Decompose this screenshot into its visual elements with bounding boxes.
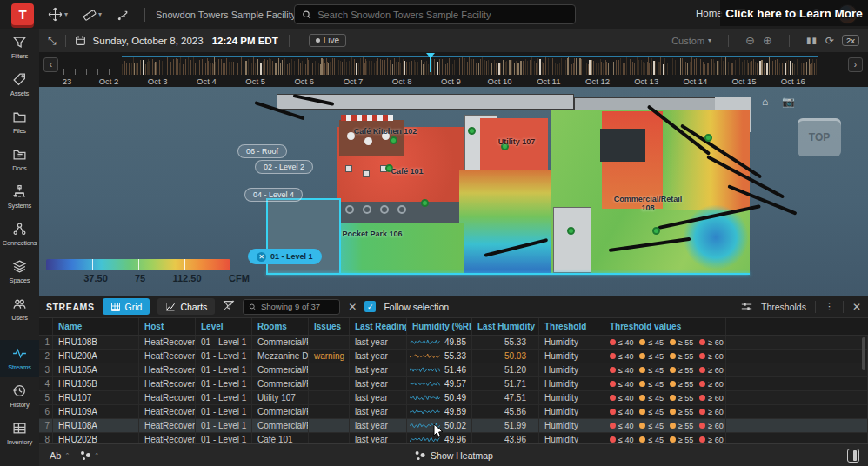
- collapse-icon[interactable]: ⤡: [48, 35, 57, 47]
- thresholds-button[interactable]: Thresholds: [761, 302, 806, 312]
- level-pill-4[interactable]: 04 - Level 4: [244, 188, 303, 202]
- table-row[interactable]: 2HRU200AHeatRecovery…01 - Level 1Mezzani…: [39, 350, 868, 363]
- zoom-in-button[interactable]: ⊕: [763, 34, 772, 47]
- column-header[interactable]: Threshold values: [604, 318, 726, 335]
- column-header[interactable]: Level: [196, 318, 252, 335]
- pause-button[interactable]: ▮▮: [806, 36, 818, 45]
- table-scrollbar[interactable]: [862, 337, 865, 370]
- sidebar-item-inventory[interactable]: Inventory: [0, 415, 39, 452]
- sidebar-item-files[interactable]: Files: [0, 103, 39, 141]
- app-logo[interactable]: T: [11, 3, 34, 25]
- route-tool-button[interactable]: [116, 7, 130, 22]
- level-pill-2[interactable]: 02 - Level 2: [255, 160, 313, 174]
- cell-name[interactable]: HRU105B: [53, 377, 139, 390]
- table-row[interactable]: 3HRU105AHeatRecovery…01 - Level 1Commerc…: [39, 363, 868, 377]
- cell-name[interactable]: HRU108A: [53, 419, 139, 432]
- sidebar-item-streams[interactable]: Streams: [0, 340, 39, 377]
- sidebar-item-docs[interactable]: Docs: [0, 141, 39, 178]
- sidebar-item-connections[interactable]: Connections: [0, 216, 39, 253]
- sidebar-item-label: Filters: [11, 52, 28, 60]
- level-pill-roof[interactable]: 06 - Roof: [237, 144, 287, 158]
- more-options-icon[interactable]: ⋮: [825, 301, 834, 312]
- timeline-next-button[interactable]: ›: [848, 57, 863, 72]
- home-view-icon[interactable]: ⌂: [762, 96, 768, 108]
- tab-grid[interactable]: Grid: [103, 298, 150, 315]
- replay-button[interactable]: ⟳: [825, 35, 834, 47]
- timeline-current-marker[interactable]: [430, 55, 431, 72]
- column-header[interactable]: Last Reading: [350, 318, 407, 335]
- sidebar-item-assets[interactable]: Assets: [0, 66, 39, 103]
- column-header[interactable]: Rooms: [252, 318, 309, 335]
- view-cube[interactable]: TOP: [798, 118, 841, 156]
- cell-name[interactable]: HRU202B: [53, 433, 139, 443]
- measure-tool-button[interactable]: ▾: [82, 7, 102, 22]
- cell-name[interactable]: HRU105A: [53, 363, 139, 376]
- cell-humidity[interactable]: 49.57: [407, 377, 472, 390]
- show-heatmap-button[interactable]: Show Heatmap: [414, 450, 493, 461]
- sensor-dot[interactable]: [468, 127, 476, 135]
- sidebar-item-history[interactable]: History: [0, 377, 39, 415]
- table-row[interactable]: 6HRU109AHeatRecovery…01 - Level 1Commerc…: [39, 405, 868, 419]
- tab-charts[interactable]: Charts: [157, 298, 215, 315]
- column-header[interactable]: Issues: [309, 318, 350, 335]
- column-header[interactable]: Threshold: [539, 318, 604, 335]
- cell-name[interactable]: HRU109A: [53, 405, 139, 418]
- viewport-3d[interactable]: 06 - Roof 02 - Level 2 04 - Level 4 ✕ 01…: [39, 87, 868, 296]
- sensor-dot[interactable]: [390, 136, 397, 144]
- cell-name[interactable]: HRU108B: [53, 336, 139, 349]
- column-header[interactable]: Name: [53, 318, 139, 335]
- filter-off-icon[interactable]: [223, 299, 235, 315]
- cell-humidity[interactable]: 51.46: [407, 363, 472, 376]
- speed-badge[interactable]: 2x: [842, 35, 859, 46]
- orbit-tool-button[interactable]: ▾: [48, 7, 68, 22]
- live-badge[interactable]: Live: [309, 34, 346, 47]
- follow-selection-checkbox[interactable]: ✓: [364, 301, 376, 312]
- column-header[interactable]: [39, 318, 53, 335]
- cell-humidity[interactable]: 49.89: [407, 405, 472, 418]
- panel-search-input[interactable]: [261, 302, 334, 311]
- close-panel-icon[interactable]: ✕: [852, 301, 861, 313]
- learn-more-tooltip[interactable]: Click here to Learn More: [720, 0, 868, 26]
- home-link[interactable]: Home: [696, 8, 723, 18]
- column-header[interactable]: Humidity (%RH): [407, 318, 472, 335]
- camera-icon[interactable]: 📷: [782, 96, 795, 108]
- sidebar-item-users[interactable]: Users: [0, 290, 39, 328]
- points-toggle[interactable]: ⌃: [80, 450, 99, 461]
- sensor-dot[interactable]: [421, 199, 429, 207]
- zoom-out-button[interactable]: ⊖: [745, 34, 755, 47]
- calendar-icon[interactable]: [75, 35, 86, 46]
- cell-humidity[interactable]: 50.49: [407, 391, 472, 404]
- table-row[interactable]: 4HRU105BHeatRecovery…01 - Level 1Commerc…: [39, 377, 868, 391]
- cell-humidity[interactable]: 49.85: [407, 336, 472, 349]
- timeline-prev-button[interactable]: ‹: [43, 57, 58, 72]
- facility-breadcrumb[interactable]: Snowdon Towers Sample Facility: [156, 10, 296, 20]
- sidebar-item-systems[interactable]: Systems: [0, 178, 39, 216]
- level-pill-1-active[interactable]: ✕ 01 - Level 1: [248, 249, 322, 264]
- range-select[interactable]: Custom▾: [671, 36, 711, 46]
- sidebar-item-filters[interactable]: Filters: [0, 29, 39, 66]
- clear-search-icon[interactable]: ✕: [348, 301, 357, 313]
- column-header[interactable]: Host: [139, 318, 196, 335]
- panel-toggle-icon[interactable]: [847, 449, 859, 463]
- global-search[interactable]: [294, 4, 576, 24]
- sidebar-item-spaces[interactable]: Spaces: [0, 253, 39, 290]
- table-row[interactable]: 7HRU108AHeatRecovery…01 - Level 1Commerc…: [39, 419, 868, 433]
- thresholds-icon[interactable]: [741, 301, 752, 312]
- threshold-dot-icon: [610, 395, 616, 401]
- global-search-input[interactable]: [317, 10, 568, 20]
- table-row[interactable]: 8HRU202BHeatRecovery…01 - Level 1Café 10…: [39, 433, 868, 443]
- labels-toggle[interactable]: Ab ⌃: [50, 450, 70, 461]
- column-header[interactable]: Last Humidity: [472, 318, 539, 335]
- table-row[interactable]: 1HRU108BHeatRecovery…01 - Level 1Commerc…: [39, 336, 868, 350]
- sensor-dot[interactable]: [704, 134, 712, 142]
- sensor-dot[interactable]: [652, 227, 660, 235]
- cell-humidity[interactable]: 55.33: [407, 350, 472, 363]
- timeline[interactable]: 23Oct 2Oct 3Oct 4Oct 5Oct 6Oct 7Oct 8Oct…: [39, 52, 868, 87]
- current-date[interactable]: Sunday, October 8, 2023: [93, 36, 204, 46]
- cell-name[interactable]: HRU107: [53, 391, 139, 404]
- sensor-dot[interactable]: [567, 227, 575, 235]
- cell-name[interactable]: HRU200A: [53, 350, 139, 363]
- panel-search[interactable]: [243, 299, 340, 315]
- close-icon[interactable]: ✕: [257, 252, 266, 262]
- table-row[interactable]: 5HRU107HeatRecovery…01 - Level 1Utility …: [39, 391, 868, 405]
